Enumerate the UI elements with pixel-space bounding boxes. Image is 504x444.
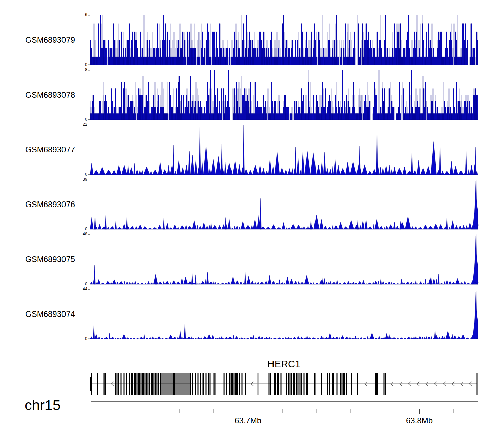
exon [314,373,316,395]
y-axis-max-label: 48 [76,232,87,237]
exon [206,373,207,395]
track-label-GSM6893075: GSM6893075 [25,255,75,264]
y-axis-zero-label: 0 [76,336,87,341]
exon [304,373,305,395]
coverage-plot-GSM6893075 [87,234,478,284]
exon [226,373,227,395]
exon [293,373,294,395]
exon [290,373,291,395]
exon [281,373,282,395]
exon [158,373,159,395]
coverage-area [90,125,478,175]
coverage-area [90,15,478,65]
exon [117,373,118,395]
exon [203,373,204,395]
exon [152,373,153,395]
gene-name-label: HERC1 [250,359,318,370]
exon [258,373,259,395]
exon [375,373,378,395]
exon [146,373,147,395]
exon [384,373,385,395]
coverage-plot-GSM6893076 [87,180,478,229]
exon [477,373,478,395]
exon [142,373,143,395]
exon [242,373,243,395]
coverage-plot-GSM6893078 [87,70,478,120]
exon [234,373,235,395]
exon [104,373,105,395]
exon [178,373,179,395]
y-axis-max-label: 6 [76,12,87,17]
exon [149,373,150,395]
exon [329,373,330,395]
exon [306,373,307,395]
exon [229,373,230,395]
y-axis-zero-label: 0 [76,227,87,232]
exon [166,373,167,395]
exon [156,373,157,395]
exon [184,373,185,395]
exon [346,373,347,395]
track-label-GSM6893076: GSM6893076 [25,200,75,209]
exon [170,373,171,395]
exon [291,373,292,395]
exon [231,373,232,395]
exon [274,373,275,395]
track-label-GSM6893079: GSM6893079 [25,35,75,45]
exon [168,373,169,395]
exon [275,373,276,395]
y-axis-max-label: 44 [76,287,87,292]
y-axis-zero-label: 0 [76,282,87,287]
exon [138,373,139,395]
exon [296,373,297,395]
exon [332,373,334,395]
exon [135,373,136,395]
y-axis-max-label: 8 [76,67,87,72]
exon [344,373,345,395]
exon [188,373,189,395]
exon [288,373,289,395]
exon [164,373,165,395]
y-axis-max-label: 22 [76,122,87,127]
exon [294,373,295,395]
exon [301,373,302,395]
coverage-area [90,291,478,339]
axis-tick-label-63-7: 63.7Mb [224,416,271,426]
exon [139,373,140,395]
exon [340,373,341,395]
exon [147,373,148,395]
exon [126,373,127,395]
exon [145,373,146,395]
track-label-GSM6893077: GSM6893077 [25,145,75,154]
track-label-GSM6893074: GSM6893074 [25,309,75,319]
exon [343,373,344,395]
exon [239,373,240,395]
track-label-GSM6893078: GSM6893078 [25,90,75,100]
exon [270,373,271,395]
coverage-area [90,234,479,284]
exon [160,373,161,395]
exon [105,373,106,395]
exon [342,373,343,395]
exon [134,373,135,395]
genome-browser-figure: GSM689307960GSM689307880GSM6893077220GSM… [0,0,504,444]
exon [208,373,209,395]
exon [115,373,116,395]
exon [277,373,279,395]
exon [192,373,193,395]
coverage-plot-GSM6893077 [87,125,478,175]
exon [176,373,177,395]
exon [190,373,191,395]
exon [245,373,246,395]
exon [215,373,216,395]
exon [155,373,156,395]
exon [337,373,338,395]
exon [141,373,142,395]
exon [351,373,352,395]
exon [200,373,201,395]
exon [286,373,287,395]
chromosome-label: chr15 [25,397,61,413]
exon [214,373,215,395]
exon [129,373,130,395]
exon [385,373,386,395]
